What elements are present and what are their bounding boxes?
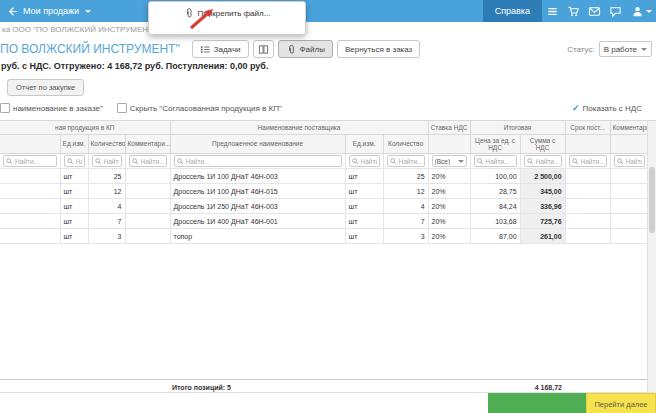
status-value: В работе	[604, 45, 637, 54]
cell-qty2: 3	[383, 229, 428, 244]
cell-price: 103,68	[470, 214, 520, 229]
chat-icon	[609, 5, 622, 18]
group-totals[interactable]: Итоговая	[470, 121, 565, 135]
cell-supplier_comment	[610, 199, 648, 214]
help-button[interactable]: Справка	[483, 0, 542, 22]
column-header-comment1[interactable]: Комментари...	[125, 135, 170, 154]
option-name-in-order[interactable]: наименование в заказе"	[0, 103, 103, 113]
attach-file-button[interactable]: Прикрепить файл...	[149, 2, 305, 19]
cell-kp_name	[0, 214, 60, 229]
filter-qty2[interactable]: Найти...	[383, 154, 428, 169]
option-hide-approved-label: Скрыть "Согласованная продукция в КП"	[130, 104, 282, 113]
cell-kp_name	[0, 184, 60, 199]
search-icon	[6, 158, 13, 165]
option-hide-approved[interactable]: Скрыть "Согласованная продукция в КП"	[117, 103, 282, 113]
table-row[interactable]: шт3топоршт320%87,00261,00	[0, 229, 648, 244]
cell-comment1	[125, 214, 170, 229]
cell-supplier_comment	[610, 184, 648, 199]
filter-supplier_name[interactable]: Найти...	[170, 154, 345, 169]
help-label: Справка	[495, 6, 530, 16]
sales-menu[interactable]: Мои продажи	[0, 5, 91, 18]
cell-unit2: шт	[345, 199, 383, 214]
back-to-order-button[interactable]: Вернуться в заказ	[337, 40, 420, 58]
files-button[interactable]: Файлы	[278, 40, 333, 58]
annotation-arrow-icon	[186, 5, 216, 31]
cell-supplier_name: Дроссель 1И 250 ДНаТ 46Н-003	[170, 199, 345, 214]
table-row[interactable]: шт12Дроссель 1И 100 ДНаТ 46Н-015шт1220%2…	[0, 184, 648, 199]
tasks-button[interactable]: Задачи	[192, 40, 249, 58]
column-header-qty2[interactable]: Количество	[383, 135, 428, 154]
user-icon	[631, 5, 644, 18]
grid-area: ная продукция в КП Наименование поставщи…	[0, 120, 656, 394]
group-supplier-name[interactable]: Наименование поставщика	[170, 121, 428, 135]
filter-row: Найти...Найти...Найти...Найти...Найти...…	[0, 154, 648, 169]
attach-file-popup: Прикрепить файл...	[148, 1, 306, 35]
filter-supplier_comment[interactable]: Найти...	[610, 154, 648, 169]
proceed-label: Перейти далее	[594, 400, 647, 409]
filter-kp_name[interactable]: Найти...	[0, 154, 60, 169]
filter-unit2[interactable]: Найти...	[345, 154, 383, 169]
column-header-kp-name[interactable]	[0, 135, 60, 154]
files-label: Файлы	[300, 45, 325, 54]
table-row[interactable]: шт4Дроссель 1И 250 ДНаТ 46Н-003шт420%84,…	[0, 199, 648, 214]
column-header-vat[interactable]: Ставка НДС	[428, 121, 470, 135]
vertical-scrollbar[interactable]	[647, 121, 656, 394]
checkbox-icon	[0, 103, 10, 113]
filter-comment1[interactable]: Найти...	[125, 154, 170, 169]
columns-button[interactable]	[253, 40, 274, 58]
cell-unit1: шт	[60, 229, 88, 244]
back-arrow-icon	[6, 5, 19, 18]
column-header-vat-sub	[428, 135, 470, 154]
column-header-sum[interactable]: Сумма с НДС	[520, 135, 565, 154]
chat-button[interactable]	[605, 0, 626, 22]
status-dropdown[interactable]: В работе	[599, 41, 652, 57]
cell-qty2: 7	[383, 214, 428, 229]
column-header-term[interactable]: Срок пост...	[565, 121, 610, 135]
purchase-report-button[interactable]: Отчет по закупке	[7, 79, 84, 96]
column-header-unit2[interactable]: Ед.изм.	[345, 135, 383, 154]
table-row[interactable]: шт25Дроссель 1И 100 ДНаТ 46Н-003шт2520%1…	[0, 169, 648, 184]
table-body: шт25Дроссель 1И 100 ДНаТ 46Н-003шт2520%1…	[0, 169, 648, 244]
column-header-supplier-name[interactable]: Предложенное наименование	[170, 135, 345, 154]
cell-term	[565, 199, 610, 214]
cell-term	[565, 184, 610, 199]
group-kp-products[interactable]: ная продукция в КП	[0, 121, 170, 135]
cell-term	[565, 214, 610, 229]
cart-button[interactable]	[563, 0, 584, 22]
cell-vat: 20%	[428, 184, 470, 199]
column-header-unit1[interactable]: Ед.изм.	[60, 135, 88, 154]
filter-price[interactable]: Найти...	[470, 154, 520, 169]
page-title: ПО ВОЛЖСКИЙ ИНСТРУМЕНТ"	[0, 42, 180, 56]
cell-qty1: 3	[88, 229, 125, 244]
cell-unit2: шт	[345, 184, 383, 199]
status-area: Статус: В работе	[567, 41, 656, 57]
option-show-vat[interactable]: Показать с НДС	[572, 103, 642, 113]
mail-button[interactable]	[584, 0, 605, 22]
column-header-term-sub	[565, 135, 610, 154]
paperclip-icon	[286, 44, 297, 55]
cell-sum: 725,76	[520, 214, 565, 229]
proceed-button[interactable]: Перейти далее	[586, 393, 656, 413]
filter-term[interactable]: Найти...	[565, 154, 610, 169]
cell-vat: 20%	[428, 199, 470, 214]
column-header-qty1[interactable]: Количество	[88, 135, 125, 154]
search-icon	[177, 158, 184, 165]
menu-button[interactable]	[542, 0, 563, 22]
vertical-scrollbar-thumb[interactable]	[649, 167, 655, 233]
cell-supplier_name: Дроссель 1И 100 ДНаТ 46Н-015	[170, 184, 345, 199]
user-menu[interactable]	[626, 0, 656, 22]
filter-qty1[interactable]: Найти...	[88, 154, 125, 169]
cell-vat: 20%	[428, 214, 470, 229]
cell-comment1	[125, 184, 170, 199]
filter-vat[interactable]: (Все)	[428, 154, 470, 169]
filter-unit1[interactable]: Найти...	[60, 154, 88, 169]
filter-sum[interactable]: Найти...	[520, 154, 565, 169]
cell-price: 87,00	[470, 229, 520, 244]
table-row[interactable]: шт7Дроссель 1И 400 ДНаТ 46Н-001шт720%103…	[0, 214, 648, 229]
breadcrumb: ка ООО "ПО ВОЛЖСКИЙ ИНСТРУМЕНТ"	[0, 22, 656, 37]
column-header-price[interactable]: Цена за ед. с НДС	[470, 135, 520, 154]
column-header-supplier-comment[interactable]: Комментарий поставщика	[610, 121, 648, 135]
cell-unit1: шт	[60, 169, 88, 184]
group-header-row: ная продукция в КП Наименование поставщи…	[0, 121, 648, 135]
cell-kp_name	[0, 199, 60, 214]
